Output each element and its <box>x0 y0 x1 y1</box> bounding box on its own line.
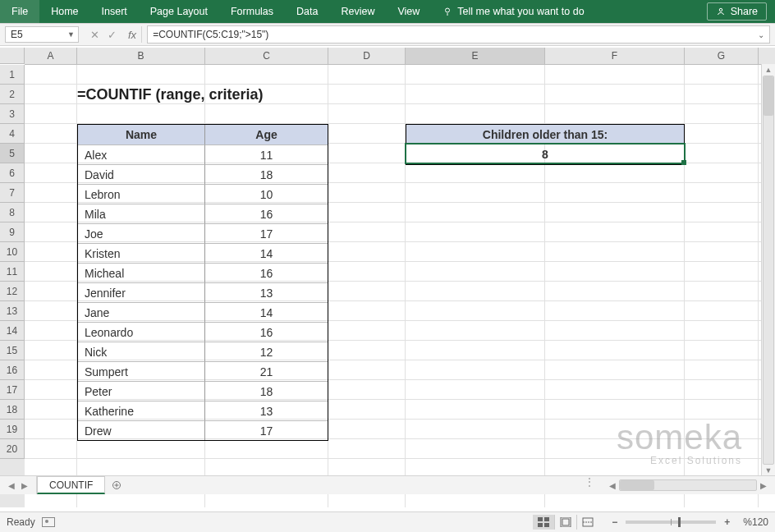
table-row[interactable]: Jennifer13 <box>78 282 328 302</box>
column-header-A[interactable]: A <box>25 48 77 64</box>
column-header-D[interactable]: D <box>328 48 406 64</box>
zoom-value[interactable]: %120 <box>743 516 768 528</box>
row-header-13[interactable]: 13 <box>0 301 25 321</box>
ribbon-tab-home[interactable]: Home <box>39 0 89 23</box>
table-cell-name[interactable]: Leonardo <box>78 322 205 342</box>
table-cell-age[interactable]: 18 <box>205 381 328 401</box>
row-header-1[interactable]: 1 <box>0 65 25 85</box>
ribbon-tab-page-layout[interactable]: Page Layout <box>139 0 219 23</box>
tab-prev-icon[interactable]: ◀ <box>8 481 15 490</box>
scroll-up-icon[interactable]: ▲ <box>765 64 773 76</box>
confirm-icon[interactable]: ✓ <box>108 29 117 41</box>
zoom-control[interactable]: − + %120 <box>608 516 768 528</box>
table-cell-age[interactable]: 17 <box>205 223 328 243</box>
ribbon-tab-data[interactable]: Data <box>285 0 329 23</box>
row-header-16[interactable]: 16 <box>0 360 25 380</box>
cancel-icon[interactable]: ✕ <box>90 29 99 41</box>
table-cell-age[interactable]: 16 <box>205 204 328 223</box>
table-row[interactable]: Kristen14 <box>78 243 328 263</box>
scroll-right-icon[interactable]: ▶ <box>757 481 770 490</box>
fx-label[interactable]: fx <box>128 26 142 43</box>
row-header-14[interactable]: 14 <box>0 321 25 341</box>
table-cell-name[interactable]: Micheal <box>78 263 205 282</box>
table-cell-age[interactable]: 16 <box>205 263 328 282</box>
tab-next-icon[interactable]: ▶ <box>21 481 28 490</box>
table-cell-name[interactable]: Sumpert <box>78 361 205 381</box>
table-cell-name[interactable]: Drew <box>78 420 205 440</box>
table-cell-name[interactable]: Kristen <box>78 243 205 263</box>
table-header-age[interactable]: Age <box>205 125 328 144</box>
expand-formula-icon[interactable]: ⌄ <box>758 30 764 39</box>
table-row[interactable]: Jane14 <box>78 302 328 322</box>
row-header-6[interactable]: 6 <box>0 163 25 183</box>
ribbon-tab-review[interactable]: Review <box>329 0 386 23</box>
zoom-out-button[interactable]: − <box>608 516 621 528</box>
result-label[interactable]: Children older than 15: <box>406 125 684 144</box>
select-all-corner[interactable] <box>0 48 25 64</box>
table-cell-age[interactable]: 18 <box>205 164 328 184</box>
table-cell-age[interactable]: 14 <box>205 302 328 322</box>
row-header-7[interactable]: 7 <box>0 183 25 203</box>
table-cell-age[interactable]: 16 <box>205 322 328 342</box>
table-row[interactable]: Micheal16 <box>78 263 328 282</box>
view-pagebreak-button[interactable] <box>576 515 598 530</box>
row-header-11[interactable]: 11 <box>0 262 25 282</box>
row-header-3[interactable]: 3 <box>0 104 25 124</box>
table-cell-age[interactable]: 14 <box>205 243 328 263</box>
formula-input[interactable]: =COUNTIF(C5:C19;">15") ⌄ <box>147 25 770 44</box>
table-cell-age[interactable]: 13 <box>205 401 328 420</box>
tellme-search[interactable]: Tell me what you want to do <box>431 0 595 23</box>
table-row[interactable]: Nick12 <box>78 342 328 361</box>
table-cell-name[interactable]: Nick <box>78 342 205 361</box>
scroll-left-icon[interactable]: ◀ <box>606 481 619 490</box>
ribbon-tab-insert[interactable]: Insert <box>90 0 139 23</box>
row-header-9[interactable]: 9 <box>0 222 25 242</box>
add-sheet-button[interactable] <box>105 476 128 494</box>
row-header-2[interactable]: 2 <box>0 85 25 104</box>
table-cell-age[interactable]: 13 <box>205 282 328 302</box>
table-cell-age[interactable]: 11 <box>205 144 328 164</box>
table-row[interactable]: Joe17 <box>78 223 328 243</box>
sheet-tab-countif[interactable]: COUNTIF <box>37 476 105 494</box>
table-cell-name[interactable]: Peter <box>78 381 205 401</box>
table-cell-name[interactable]: Katherine <box>78 401 205 420</box>
column-header-B[interactable]: B <box>77 48 205 64</box>
table-cell-age[interactable]: 12 <box>205 342 328 361</box>
ribbon-tab-formulas[interactable]: Formulas <box>219 0 285 23</box>
vertical-scrollbar[interactable]: ▲ ▼ <box>761 64 775 476</box>
row-header-4[interactable]: 4 <box>0 124 25 144</box>
table-cell-name[interactable]: Mila <box>78 204 205 223</box>
view-normal-button[interactable] <box>533 515 554 530</box>
column-header-C[interactable]: C <box>205 48 328 64</box>
row-header-5[interactable]: 5 <box>0 144 25 163</box>
table-cell-name[interactable]: David <box>78 164 205 184</box>
table-cell-name[interactable]: Lebron <box>78 184 205 204</box>
table-cell-name[interactable]: Jane <box>78 302 205 322</box>
table-row[interactable]: Drew17 <box>78 420 328 440</box>
tab-split-handle[interactable]: ⋮ <box>578 476 601 494</box>
name-box[interactable]: E5 ▼ <box>5 26 79 43</box>
table-cell-name[interactable]: Alex <box>78 144 205 164</box>
zoom-in-button[interactable]: + <box>721 516 733 528</box>
table-row[interactable]: David18 <box>78 164 328 184</box>
row-header-18[interactable]: 18 <box>0 400 25 420</box>
table-row[interactable]: Leonardo16 <box>78 322 328 342</box>
table-row[interactable]: Alex11 <box>78 144 328 164</box>
row-header-15[interactable]: 15 <box>0 341 25 360</box>
macro-record-icon[interactable] <box>42 517 55 527</box>
table-cell-name[interactable]: Joe <box>78 223 205 243</box>
column-header-E[interactable]: E <box>406 48 545 64</box>
row-header-12[interactable]: 12 <box>0 282 25 301</box>
table-cell-age[interactable]: 21 <box>205 361 328 381</box>
view-pagelayout-button[interactable] <box>554 515 576 530</box>
result-value[interactable]: 8 <box>406 144 684 164</box>
horizontal-scrollbar[interactable]: ◀ ▶ <box>601 476 775 494</box>
row-header-10[interactable]: 10 <box>0 242 25 262</box>
table-cell-name[interactable]: Jennifer <box>78 282 205 302</box>
scroll-down-icon[interactable]: ▼ <box>765 465 773 476</box>
ribbon-tab-file[interactable]: File <box>0 0 39 23</box>
share-button[interactable]: Share <box>707 2 767 21</box>
table-row[interactable]: Katherine13 <box>78 401 328 420</box>
table-cell-age[interactable]: 10 <box>205 184 328 204</box>
table-header-name[interactable]: Name <box>78 125 205 144</box>
